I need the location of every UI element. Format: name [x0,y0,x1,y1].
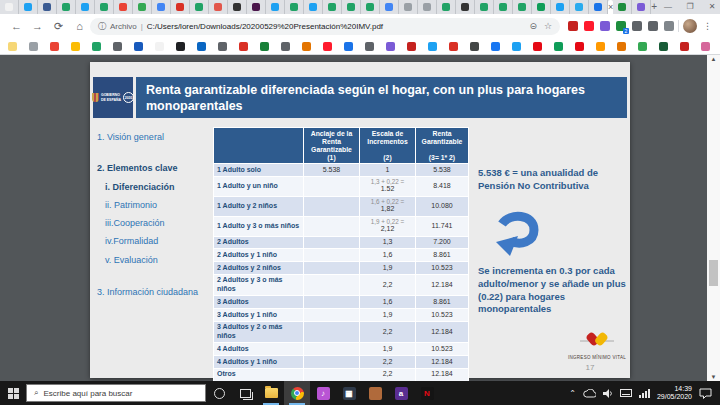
taskbar-app-photos[interactable]: ▦ [336,381,362,405]
extension-icon[interactable] [648,21,658,31]
scrollbar-thumb[interactable] [709,260,718,286]
bookmark-icon[interactable] [554,42,563,51]
bookmark-icon[interactable] [134,42,143,51]
browser-tab[interactable] [171,0,190,14]
browser-tab[interactable] [0,0,19,14]
bookmark-icon[interactable] [512,42,521,51]
browser-tab[interactable] [551,0,570,14]
browser-tab[interactable] [209,0,228,14]
bookmark-icon[interactable] [428,42,437,51]
bookmark-icon[interactable] [449,42,458,51]
chrome-menu-icon[interactable]: ⋮ [703,21,712,31]
taskbar-app-chrome[interactable] [284,381,310,405]
browser-tab[interactable] [532,0,551,14]
bookmark-icon[interactable] [323,42,332,51]
pdf-scrollbar[interactable]: ▲ ▼ [707,55,720,381]
browser-tab[interactable] [190,0,209,14]
browser-tab[interactable] [613,0,632,14]
notifications-icon[interactable] [699,388,712,399]
browser-tab[interactable] [361,0,380,14]
browser-tab[interactable] [19,0,38,14]
browser-tab[interactable] [632,0,651,14]
profile-avatar[interactable] [683,19,697,33]
browser-tab[interactable] [95,0,114,14]
browser-tab[interactable] [114,0,133,14]
browser-tab[interactable] [589,0,608,14]
minimize-button[interactable]: — [657,0,679,14]
browser-tab[interactable] [323,0,342,14]
bookmark-icon[interactable] [29,42,38,51]
taskbar-app-forza[interactable] [362,381,388,405]
taskbar-app-file-explorer[interactable] [258,381,284,405]
taskbar-app-task-view[interactable] [232,381,258,405]
bookmark-icon[interactable] [281,42,290,51]
back-icon[interactable]: ← [6,20,27,32]
browser-tab[interactable] [285,0,304,14]
onedrive-cloud-icon[interactable] [583,389,596,398]
bookmark-icon[interactable] [155,42,164,51]
network-icon[interactable] [639,389,650,398]
bookmark-icon[interactable] [638,42,647,51]
browser-tab[interactable] [513,0,532,14]
bookmark-icon[interactable] [680,42,689,51]
extension-icon[interactable] [600,21,610,31]
browser-tab[interactable] [76,0,95,14]
browser-tab[interactable] [38,0,57,14]
browser-tab[interactable] [494,0,513,14]
browser-tab[interactable] [399,0,418,14]
browser-tab[interactable] [133,0,152,14]
tray-expand-icon[interactable]: ⌃ [569,389,576,398]
extension-icon[interactable] [568,21,578,31]
scroll-down-icon[interactable]: ▼ [707,374,720,380]
bookmark-icon[interactable] [533,42,542,51]
taskbar-clock[interactable]: 14:39 29/05/2020 [657,385,692,402]
bookmark-icon[interactable] [407,42,416,51]
taskbar-search[interactable]: ⌕ Escribe aquí para buscar [26,384,206,402]
browser-tab[interactable] [475,0,494,14]
bookmark-icon[interactable] [617,42,626,51]
page-info-icon[interactable]: ⓘ [98,21,106,32]
browser-tab[interactable] [418,0,437,14]
bookmark-icon[interactable] [491,42,500,51]
reload-icon[interactable]: ⟳ [48,20,69,33]
url-text[interactable]: C:/Users/loren/Downloads/20200529%20Pres… [147,22,383,31]
browser-tab[interactable] [228,0,247,14]
restore-button[interactable]: ❐ [679,0,701,14]
close-button[interactable]: ✕ [701,0,720,14]
bookmark-icon[interactable] [344,42,353,51]
bookmark-icon[interactable] [596,42,605,51]
browser-tab[interactable] [266,0,285,14]
bookmark-icon[interactable] [50,42,59,51]
taskbar-app-amazon-music[interactable]: a [388,381,414,405]
browser-tab[interactable] [304,0,323,14]
bookmark-icon[interactable] [302,42,311,51]
bookmark-icon[interactable] [176,42,185,51]
start-button[interactable] [0,388,26,399]
home-icon[interactable]: ⌂ [69,20,90,32]
address-bar[interactable]: ⓘ Archivo | C:/Users/loren/Downloads/202… [90,18,560,35]
browser-tab[interactable] [247,0,266,14]
browser-tab[interactable] [57,0,76,14]
extension-icon[interactable] [632,21,642,31]
volume-icon[interactable] [603,389,613,398]
browser-tab[interactable] [152,0,171,14]
bookmark-icon[interactable] [386,42,395,51]
bookmark-icon[interactable] [71,42,80,51]
extension-icon[interactable] [584,21,594,31]
bookmark-icon[interactable] [218,42,227,51]
touch-keyboard-icon[interactable] [620,389,632,397]
bookmark-icon[interactable] [113,42,122,51]
browser-tab[interactable] [570,0,589,14]
extension-icon[interactable] [664,21,674,31]
forward-icon[interactable]: → [27,20,48,32]
bookmark-icon[interactable] [365,42,374,51]
taskbar-app-cortana[interactable] [206,381,232,405]
bookmark-icon[interactable] [701,42,710,51]
bookmark-icon[interactable] [92,42,101,51]
browser-tab[interactable] [456,0,475,14]
bookmark-icon[interactable] [575,42,584,51]
taskbar-app-itunes[interactable]: ♪ [310,381,336,405]
bookmark-icon[interactable] [260,42,269,51]
bookmark-icon[interactable] [659,42,668,51]
browser-tab[interactable] [342,0,361,14]
